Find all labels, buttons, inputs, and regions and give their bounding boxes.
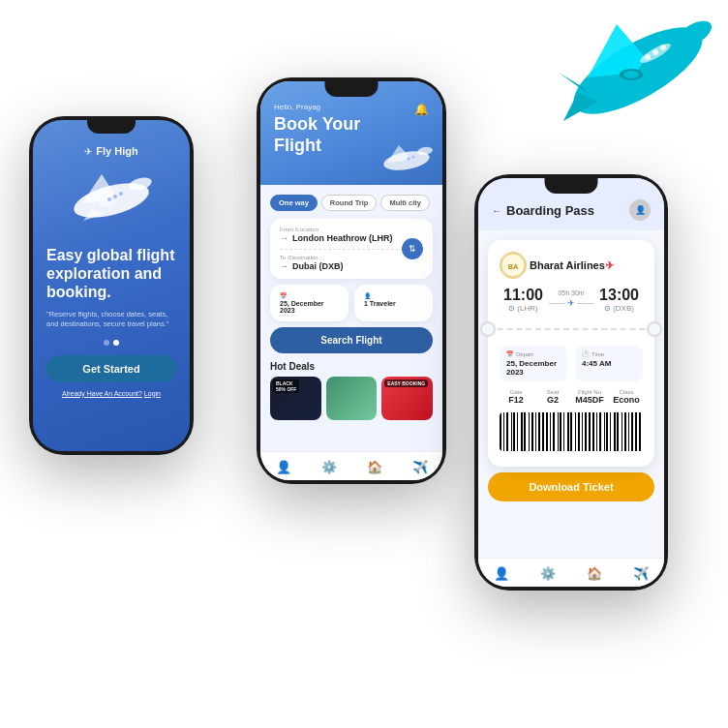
svg-point-23 [412,156,415,159]
tab-multi-city[interactable]: Multi city [380,195,430,211]
route-plane-icon: ✈ [567,298,575,308]
booking-title-line2: Flight [274,136,321,155]
from-field: From /Location → London Heathrow (LHR) [280,227,423,243]
from-to-card: From /Location → London Heathrow (LHR) ⇅… [270,219,433,279]
header-plane-icon [379,141,433,180]
airline-logo-circle: BA [500,252,527,279]
phone-1-notch [87,120,136,134]
back-button[interactable]: ← [492,205,501,216]
airline-name-accent: ✈ [605,259,614,271]
decorative-airplane [559,5,718,139]
to-value[interactable]: Dubai (DXB) [292,261,344,271]
to-field: To /Destination → Dubai (DXB) [280,255,423,271]
depart-date-value: 25, December 2023 [506,359,561,377]
clock-icon: 🕐 [582,350,589,357]
deal-card-3[interactable]: EASY BOOKING [381,377,433,420]
svg-point-17 [119,192,123,196]
tab-round-trip[interactable]: Round Trip [321,195,378,211]
calendar-icon: 📅 [506,350,513,357]
login-link[interactable]: Login [144,390,161,397]
departure-airport: 11:00 ⊙ (LHR) [503,287,543,313]
svg-point-8 [652,49,658,55]
bottom-nav: 👤 ⚙️ 🏠 ✈️ [260,451,442,480]
booking-title-line1: Book Your [274,114,360,134]
flight-middle: 05h 30m ✈ [543,289,599,310]
carousel-dots [104,340,119,346]
ticket-info-grid: Gate F12 Seat G2 Flight No M45DF [500,389,643,405]
flight-no-item: Flight No M45DF [573,389,606,405]
arrival-code: (DXB) [613,304,634,313]
deal-badge-1: BLACK50% OFF [273,379,299,393]
swap-button[interactable]: ⇅ [402,238,423,259]
from-arrow-icon: → [280,233,288,243]
boarding-pass-title: Boarding Pass [506,203,594,218]
arrival-time: 13:00 [599,287,639,304]
travelers-value: 1 Traveler [364,300,423,307]
barcode [500,412,643,451]
svg-point-16 [99,199,114,207]
gate-value: F12 [500,395,532,405]
from-label: From /Location [280,227,423,232]
ticket-card: BA Bharat Airlines✈ [488,240,654,467]
user-avatar[interactable]: 👤 [629,199,651,221]
phone-2-booking: Hello, Prayag Book Your Flight 🔔 [257,77,446,484]
depart-time-row: 📅 Depart 25, December 2023 🕐 Time [500,346,643,381]
svg-point-19 [107,197,111,201]
boarding-pass-body: BA Bharat Airlines✈ [478,230,664,558]
phone-2-notch [325,81,379,97]
to-label: To /Destination [280,255,423,260]
phone-1-splash: ✈ Fly High Easy global flight exploratio… [29,116,194,455]
arrival-dot-icon: ⊙ [604,304,611,313]
nav-flights-icon[interactable]: ✈️ [412,460,428,474]
route-line: ✈ [549,298,593,308]
deals-row: BLACK50% OFF EASY BOOKING [270,377,433,420]
airline-name: Bharat Airlines✈ [530,259,614,272]
route-row: 11:00 ⊙ (LHR) 05h 30m ✈ [500,287,643,313]
brand-plane-icon: ✈ [84,146,92,157]
date-card[interactable]: 📅 25, December 2023 [270,285,349,321]
svg-marker-22 [387,145,409,163]
tab-one-way[interactable]: One way [270,195,318,211]
nav-profile-icon[interactable]: 👤 [276,460,291,474]
from-value[interactable]: London Heathrow (LHR) [292,233,392,243]
nav-flights-icon-3[interactable]: ✈️ [633,566,649,581]
airline-logo: BA Bharat Airlines✈ [500,252,614,279]
departure-code: (LHR) [517,304,537,313]
date-travelers-row: 📅 25, December 2023 👤 1 Traveler [270,285,433,327]
class-item: Class Econo [610,389,643,405]
download-ticket-button[interactable]: Download Ticket [488,472,654,501]
to-arrow-icon: → [280,261,288,271]
booking-header: Hello, Prayag Book Your Flight 🔔 [260,81,442,185]
splash-subtext: "Reserve flights, choose dates, seats, a… [46,310,176,330]
date-icon-label: 📅 [280,292,339,299]
hot-deals-title: Hot Deals [270,361,433,372]
search-flight-button[interactable]: Search Flight [270,327,433,353]
nav-home-icon-3[interactable]: 🏠 [587,566,602,581]
brand-header: ✈ Fly High [84,145,137,157]
get-started-button[interactable]: Get Started [46,355,176,382]
ticket-tear-line [488,328,654,330]
nav-settings-icon-3[interactable]: ⚙️ [540,566,556,581]
travelers-card[interactable]: 👤 1 Traveler [354,285,433,321]
bell-icon[interactable]: 🔔 [414,103,429,116]
login-prompt: Already Have An Account? Login [62,390,161,397]
flight-duration: 05h 30m [549,289,593,296]
depart-label: 📅 Depart [506,350,561,357]
greeting-text: Hello, Prayag [274,103,429,111]
time-value: 4:45 AM [582,359,636,368]
deal-card-1[interactable]: BLACK50% OFF [270,377,321,420]
nav-home-icon[interactable]: 🏠 [367,460,382,474]
deal-card-2[interactable] [326,377,378,420]
gate-item: Gate F12 [500,389,532,405]
flight-no-value: M45DF [573,395,606,405]
seat-item: Seat G2 [536,389,569,405]
nav-profile-icon-3[interactable]: 👤 [494,566,509,581]
nav-settings-icon[interactable]: ⚙️ [321,460,337,474]
svg-text:BA: BA [508,262,519,271]
airline-row: BA Bharat Airlines✈ [500,252,643,279]
seat-value: G2 [536,395,569,405]
class-value: Econo [610,395,643,405]
splash-headline: Easy global flight exploration and booki… [46,246,176,302]
depart-detail-box: 📅 Depart 25, December 2023 [500,346,567,381]
departure-time: 11:00 [503,287,543,304]
